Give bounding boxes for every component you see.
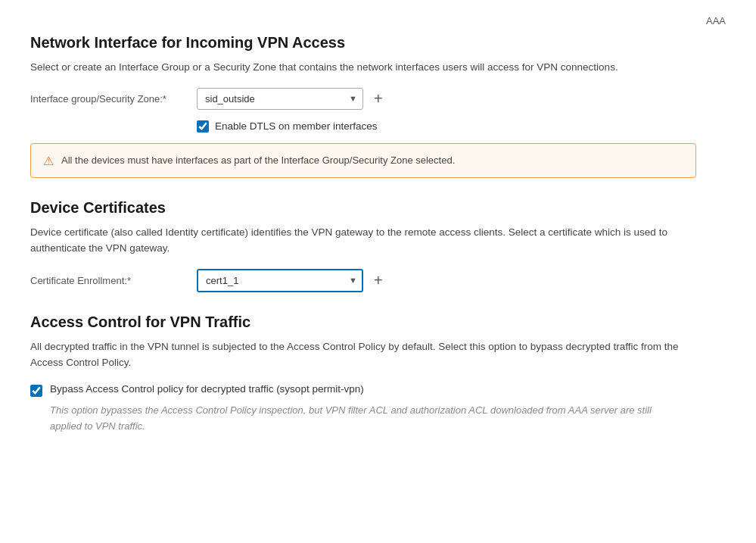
- warning-box: ⚠ All the devices must have interfaces a…: [30, 143, 696, 178]
- aaa-label: AAA: [30, 15, 726, 27]
- device-certificates-description: Device certificate (also called Identity…: [30, 224, 681, 257]
- warning-text: All the devices must have interfaces as …: [61, 153, 455, 168]
- bypass-checkbox[interactable]: [30, 385, 42, 397]
- cert-select[interactable]: cert1_1cert2_1default: [197, 269, 363, 292]
- bypass-row: Bypass Access Control policy for decrypt…: [30, 383, 726, 397]
- access-control-title: Access Control for VPN Traffic: [30, 314, 726, 331]
- vpn-access-title: Network Interface for Incoming VPN Acces…: [30, 34, 726, 51]
- warning-icon: ⚠: [43, 154, 54, 168]
- dtls-checkbox-label: Enable DTLS on member interfaces: [215, 120, 378, 132]
- bypass-note: This option bypasses the Access Control …: [50, 403, 670, 435]
- vpn-access-description: Select or create an Interface Group or a…: [30, 59, 681, 76]
- interface-add-button[interactable]: +: [371, 91, 386, 106]
- cert-label: Certificate Enrollment:*: [30, 275, 197, 286]
- interface-field-row: Interface group/Security Zone:* sid_outs…: [30, 88, 726, 110]
- interface-select[interactable]: sid_outsidesid_insideoutsideinside: [197, 88, 363, 110]
- cert-select-wrapper: cert1_1cert2_1default ▼: [197, 269, 363, 292]
- cert-field-row: Certificate Enrollment:* cert1_1cert2_1d…: [30, 269, 726, 292]
- cert-add-button[interactable]: +: [371, 273, 386, 288]
- dtls-checkbox-row: Enable DTLS on member interfaces: [197, 120, 726, 133]
- interface-select-wrapper: sid_outsidesid_insideoutsideinside ▼: [197, 88, 363, 110]
- bypass-label: Bypass Access Control policy for decrypt…: [50, 383, 364, 395]
- bypass-section: Bypass Access Control policy for decrypt…: [30, 383, 726, 435]
- device-certificates-title: Device Certificates: [30, 199, 726, 217]
- access-control-description: All decrypted traffic in the VPN tunnel …: [30, 339, 681, 371]
- dtls-checkbox[interactable]: [197, 120, 209, 133]
- interface-label: Interface group/Security Zone:*: [30, 93, 197, 105]
